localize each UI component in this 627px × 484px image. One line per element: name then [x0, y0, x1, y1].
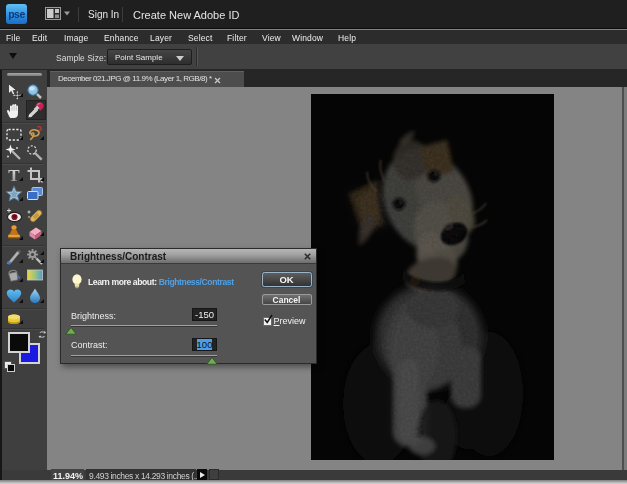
svg-text:T: T [8, 166, 20, 184]
